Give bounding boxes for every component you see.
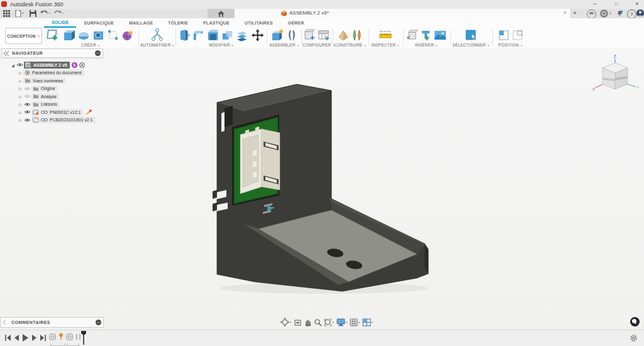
tree-row-vues-nommees[interactable]: ▷ Vues nommées bbox=[1, 77, 103, 85]
configuration-icon[interactable] bbox=[303, 28, 316, 42]
viewports-button[interactable]: ▼ bbox=[362, 318, 374, 326]
group-label-configurer[interactable]: CONFIGURER bbox=[303, 43, 331, 47]
form-icon[interactable] bbox=[121, 28, 135, 42]
joint-icon[interactable] bbox=[286, 28, 298, 42]
visibility-eye-icon[interactable] bbox=[24, 94, 31, 99]
canvas-image-icon[interactable] bbox=[433, 28, 447, 42]
group-label-construire[interactable]: CONSTRUIRE bbox=[334, 43, 367, 47]
go-to-end-button[interactable] bbox=[40, 335, 46, 341]
tab-tolerie[interactable]: TÔLERIE bbox=[160, 19, 196, 27]
group-label-inserer[interactable]: INSÉRER bbox=[404, 43, 448, 47]
revolve-icon[interactable] bbox=[77, 28, 91, 42]
selection-set-icon[interactable] bbox=[464, 28, 478, 42]
close-window-button[interactable]: × bbox=[629, 0, 644, 8]
display-settings-button[interactable]: ▼ bbox=[336, 318, 348, 326]
extrude-icon[interactable] bbox=[62, 28, 75, 42]
timeline-component-feature[interactable] bbox=[49, 333, 56, 340]
expand-icon[interactable]: ▷ bbox=[18, 70, 23, 75]
expand-icon[interactable]: ▷ bbox=[18, 110, 23, 114]
insert-mesh-icon[interactable] bbox=[419, 28, 432, 42]
tree-row-pcb[interactable]: ▷ PCB2023101901 v2:1 bbox=[1, 116, 103, 125]
close-document-icon[interactable]: × bbox=[564, 9, 567, 16]
expand-comments-icon[interactable] bbox=[3, 320, 8, 325]
step-back-button[interactable] bbox=[14, 335, 19, 341]
save-icon[interactable] bbox=[30, 10, 38, 17]
play-button[interactable] bbox=[23, 334, 28, 342]
expand-icon[interactable]: ▷ bbox=[18, 86, 23, 91]
notifications-bell-icon[interactable] bbox=[616, 10, 623, 17]
home-tab[interactable] bbox=[208, 9, 234, 18]
visibility-eye-icon[interactable] bbox=[24, 118, 31, 123]
look-at-button[interactable] bbox=[294, 318, 302, 326]
go-to-start-button[interactable] bbox=[5, 335, 11, 341]
simulation-badge[interactable]: S bbox=[72, 62, 77, 68]
fillet-icon[interactable] bbox=[191, 28, 204, 42]
group-label-modifier[interactable]: MODIFIER bbox=[177, 43, 265, 47]
press-pull-icon[interactable] bbox=[178, 28, 190, 42]
capture-position-icon[interactable] bbox=[497, 28, 510, 42]
new-component-icon[interactable] bbox=[270, 28, 284, 42]
pan-button[interactable] bbox=[304, 318, 312, 326]
expand-open-icon[interactable]: ◢ bbox=[10, 63, 16, 67]
shell-icon[interactable] bbox=[206, 28, 219, 42]
combine-icon[interactable] bbox=[221, 28, 234, 42]
expand-icon[interactable]: ▷ bbox=[18, 118, 23, 122]
group-label-position[interactable]: POSITION bbox=[494, 43, 528, 47]
expand-icon[interactable]: ▷ bbox=[18, 94, 23, 99]
job-status-icon[interactable] bbox=[587, 9, 596, 19]
viewport-canvas[interactable]: Z DROITE ARRIÈRE X Y NAVIGATEUR – ◢ ASSE… bbox=[0, 48, 644, 330]
navigator-close-button[interactable]: – bbox=[95, 50, 101, 56]
new-document-button[interactable]: + bbox=[573, 9, 577, 16]
tree-root-row[interactable]: ◢ ASSEMBLY 2 v5 S bbox=[1, 61, 103, 69]
automate-icon[interactable] bbox=[150, 28, 165, 43]
tab-utilitaires[interactable]: UTILITAIRES bbox=[237, 19, 280, 27]
extensions-icon[interactable] bbox=[600, 9, 608, 18]
activate-component-icon[interactable] bbox=[79, 62, 85, 68]
construction-axis-icon[interactable] bbox=[352, 28, 364, 42]
collapse-panel-icon[interactable] bbox=[4, 51, 9, 56]
group-label-inspecter[interactable]: INSPECTER bbox=[370, 43, 401, 47]
hole-icon[interactable] bbox=[92, 28, 106, 42]
visibility-eye-icon[interactable] bbox=[24, 102, 31, 107]
measure-icon[interactable] bbox=[378, 28, 393, 42]
derive-icon[interactable] bbox=[406, 28, 418, 42]
orbit-button[interactable]: ▼ bbox=[280, 318, 292, 326]
tab-solide[interactable]: SOLIDE bbox=[44, 18, 76, 28]
help-icon[interactable]: ? bbox=[627, 9, 636, 19]
zoom-button[interactable] bbox=[314, 318, 322, 326]
visibility-eye-icon[interactable] bbox=[24, 109, 31, 114]
timeline-pin-feature[interactable] bbox=[58, 333, 64, 340]
maximize-button[interactable]: □ bbox=[608, 0, 625, 8]
group-label-creer[interactable]: CRÉER bbox=[44, 43, 137, 47]
assistant-bubble[interactable] bbox=[630, 317, 640, 326]
tree-row-origine[interactable]: ▷ Origine bbox=[1, 85, 103, 93]
tree-row-pn0001c[interactable]: ▷ PN0001C v12:1 bbox=[1, 108, 103, 116]
group-label-automatiser[interactable]: AUTOMATISER bbox=[140, 43, 174, 47]
visibility-eye-icon[interactable] bbox=[24, 86, 31, 91]
tree-row-analyse[interactable]: ▷ Analyse bbox=[1, 92, 103, 101]
grid-snaps-button[interactable]: ▼ bbox=[350, 318, 360, 326]
timeline-component-feature[interactable] bbox=[66, 333, 73, 340]
view-cube[interactable]: Z DROITE ARRIÈRE X Y bbox=[590, 50, 640, 96]
construction-plane-icon[interactable] bbox=[336, 28, 350, 42]
comments-panel-header[interactable]: COMMENTAIRES – bbox=[0, 317, 104, 328]
visibility-eye-icon[interactable] bbox=[16, 62, 23, 67]
tab-surfacique[interactable]: SURFACIQUE bbox=[76, 19, 121, 27]
comments-close-button[interactable]: – bbox=[96, 320, 101, 325]
tab-gerer[interactable]: GÉRER bbox=[280, 19, 312, 27]
group-label-selectionner[interactable]: SÉLECTIONNER bbox=[452, 43, 491, 47]
3d-model-bracket-assembly[interactable] bbox=[208, 82, 434, 296]
sketch-dimension-icon[interactable] bbox=[107, 28, 119, 42]
timeline-scrubber[interactable] bbox=[80, 331, 87, 345]
navigator-header[interactable]: NAVIGATEUR – bbox=[1, 48, 103, 58]
expand-icon[interactable]: ▷ bbox=[18, 79, 23, 83]
user-avatar[interactable] bbox=[636, 9, 644, 17]
group-label-assembler[interactable]: ASSEMBLER bbox=[268, 43, 301, 47]
configuration-table-icon[interactable] bbox=[317, 28, 331, 42]
step-forward-button[interactable] bbox=[32, 335, 36, 341]
redo-icon[interactable] bbox=[53, 10, 62, 17]
undo-icon[interactable] bbox=[40, 10, 48, 17]
create-sketch-icon[interactable] bbox=[47, 28, 60, 42]
tree-row-parametres[interactable]: ▷ Paramètres du document bbox=[1, 69, 103, 77]
app-grid-icon[interactable] bbox=[3, 10, 11, 17]
